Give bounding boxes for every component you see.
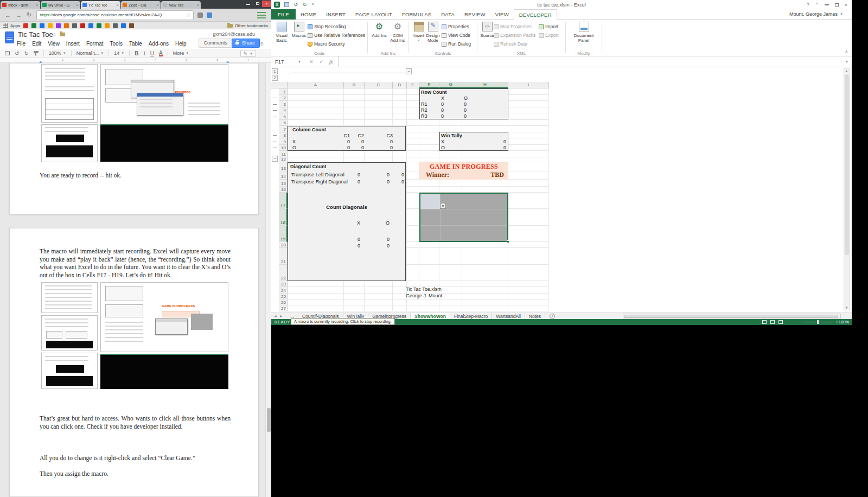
scrollbar-thumb[interactable] bbox=[267, 408, 271, 432]
sheet-tab-finalstep-macro[interactable]: FinalStep-Macro bbox=[450, 313, 492, 320]
row-header-23[interactable]: 23 bbox=[279, 281, 288, 287]
bold-button[interactable]: B bbox=[135, 50, 138, 56]
column-header-D[interactable]: D bbox=[393, 82, 407, 88]
cell[interactable]: O bbox=[441, 145, 445, 150]
collapse-ribbon-icon[interactable]: ∧ bbox=[845, 49, 848, 54]
close-tab-icon[interactable]: × bbox=[36, 3, 39, 8]
menu-addons[interactable]: Add-ons bbox=[149, 41, 169, 47]
close-tab-icon[interactable]: × bbox=[76, 3, 79, 8]
redo-icon[interactable]: ↻ bbox=[24, 50, 28, 56]
row-header-20[interactable]: 20 bbox=[279, 242, 288, 248]
cell[interactable]: 0 bbox=[464, 113, 467, 119]
bookmark-favicon[interactable] bbox=[105, 23, 110, 28]
zoom-out-icon[interactable]: − bbox=[799, 320, 801, 324]
row-header-27[interactable]: 27 bbox=[279, 305, 288, 311]
cell[interactable]: 0 bbox=[333, 172, 360, 177]
document-page-1[interactable]: GAME IN PROGRESS You are ready to record… bbox=[9, 63, 259, 214]
row-header-4[interactable]: 4 bbox=[279, 107, 288, 114]
styles-select[interactable]: Normal t...▼ bbox=[76, 50, 104, 56]
tab-file[interactable]: FILE bbox=[271, 9, 296, 20]
restore-icon[interactable] bbox=[835, 3, 839, 7]
account-email[interactable]: gxm204@case.edu bbox=[213, 31, 255, 37]
view-code-button[interactable]: View Code bbox=[442, 31, 470, 39]
bookmark-favicon[interactable] bbox=[121, 23, 126, 28]
menu-table[interactable]: Table bbox=[129, 41, 142, 47]
cell-workbook-name[interactable]: Tic Tac Toe.xlsm bbox=[406, 286, 442, 292]
menu-view[interactable]: View bbox=[48, 41, 60, 47]
enter-icon[interactable]: ✓ bbox=[320, 59, 324, 65]
italic-button[interactable]: I bbox=[143, 50, 145, 56]
cell[interactable]: R2 bbox=[421, 107, 427, 113]
cell[interactable]: 0 bbox=[344, 237, 360, 242]
sheet-tab-notes[interactable]: Notes bbox=[525, 313, 545, 320]
cell[interactable]: 0 bbox=[350, 139, 364, 144]
cell[interactable]: 0 bbox=[368, 172, 390, 177]
row-header-7[interactable]: 7 bbox=[279, 126, 288, 132]
addins-button[interactable]: ⚙ Add-Ins bbox=[371, 21, 388, 38]
scrollbar-thumb[interactable] bbox=[845, 75, 848, 254]
insert-function-icon[interactable]: fx bbox=[329, 59, 333, 65]
cell[interactable]: 0 bbox=[391, 172, 404, 177]
zoom-percentage[interactable]: 100% bbox=[839, 320, 849, 324]
user-account[interactable]: Mount, George James ▼ bbox=[789, 9, 843, 19]
share-button[interactable]: Share bbox=[232, 39, 260, 48]
export-button[interactable]: Export bbox=[539, 31, 559, 39]
other-bookmarks[interactable]: Other bookmarks bbox=[227, 23, 268, 28]
underline-button[interactable]: U bbox=[150, 50, 154, 56]
cell[interactable]: 0 bbox=[471, 145, 506, 150]
extension-icon[interactable] bbox=[207, 12, 212, 18]
tab-developer[interactable]: DEVELOPER bbox=[514, 9, 557, 20]
formula-bar-collapse-icon[interactable]: ▼ bbox=[842, 60, 852, 63]
row-header-21[interactable]: 21 bbox=[279, 248, 288, 265]
row-header-6[interactable]: 6 bbox=[279, 120, 288, 126]
bookmark-favicon[interactable] bbox=[48, 23, 53, 28]
visual-basic-button[interactable]: Visual Basic bbox=[273, 21, 290, 43]
refresh-data-button[interactable]: Refresh Data bbox=[494, 40, 527, 48]
paint-format-icon[interactable] bbox=[34, 51, 39, 56]
map-properties-button[interactable]: Map Properties bbox=[494, 23, 532, 30]
zoom-in-icon[interactable]: + bbox=[835, 320, 838, 324]
scroll-up-icon[interactable]: ▲ bbox=[844, 69, 849, 73]
cell[interactable]: X bbox=[441, 139, 444, 144]
close-tab-icon[interactable]: × bbox=[116, 3, 119, 8]
column-header-B[interactable]: B bbox=[344, 82, 365, 88]
column-header-H[interactable]: H bbox=[462, 82, 508, 88]
close-icon[interactable]: × bbox=[845, 2, 847, 8]
cell[interactable]: 0 bbox=[321, 139, 350, 144]
cell[interactable]: 0 bbox=[368, 179, 390, 184]
row-header-3[interactable]: 3 bbox=[279, 101, 288, 107]
cell[interactable]: 0 bbox=[364, 139, 393, 144]
document-panel-button[interactable]: Document Panel bbox=[574, 21, 593, 43]
tab-review[interactable]: REVIEW bbox=[459, 9, 490, 20]
select-all-corner[interactable] bbox=[271, 82, 288, 88]
design-mode-button[interactable]: Design Mode bbox=[424, 21, 442, 43]
browser-tab-inbox[interactable]: Inbox - gxm × bbox=[1, 1, 40, 9]
browser-tab-zedd[interactable]: Zedd - Cla × bbox=[121, 1, 161, 9]
undo-icon[interactable]: ↺ bbox=[15, 50, 19, 56]
vertical-scrollbar[interactable]: ▲ ▼ bbox=[844, 68, 850, 310]
sheet-prev-icon[interactable]: ◄ bbox=[273, 314, 277, 318]
cell[interactable]: C3 bbox=[364, 133, 393, 138]
com-addins-button[interactable]: ⚙ COM Add-Ins bbox=[389, 21, 406, 43]
cell[interactable]: C2 bbox=[350, 133, 364, 138]
bookmark-favicon[interactable] bbox=[80, 23, 85, 28]
sheet-tab-wartsandall[interactable]: WartsandAll bbox=[492, 313, 525, 320]
horizontal-scrollbar[interactable] bbox=[623, 314, 841, 319]
bookmark-favicon[interactable] bbox=[88, 23, 93, 28]
bookmark-favicon[interactable] bbox=[23, 23, 28, 28]
cell[interactable]: 0 bbox=[373, 237, 390, 242]
back-icon[interactable]: ← bbox=[5, 12, 11, 18]
cell[interactable]: 0 bbox=[350, 145, 364, 150]
menu-file[interactable]: File bbox=[17, 41, 25, 47]
sheet-next-icon[interactable]: ► bbox=[279, 314, 283, 318]
bookmark-favicon[interactable] bbox=[40, 23, 44, 28]
tab-view[interactable]: VIEW bbox=[490, 9, 514, 20]
row-header-13[interactable]: 13 bbox=[279, 162, 288, 171]
new-sheet-icon[interactable]: + bbox=[550, 314, 555, 319]
extension-icon[interactable] bbox=[197, 12, 203, 18]
move-folder-icon[interactable] bbox=[60, 33, 65, 36]
tab-formulas[interactable]: FORMULAS bbox=[397, 9, 436, 20]
tab-data[interactable]: DATA bbox=[436, 9, 459, 20]
spreadsheet-grid[interactable]: 1 2 − ABCDEFGHI 123456789101112131415161… bbox=[271, 67, 852, 313]
apps-grid-icon[interactable] bbox=[3, 23, 8, 28]
